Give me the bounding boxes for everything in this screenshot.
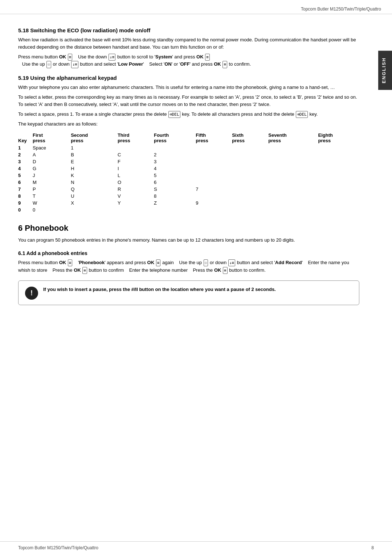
info-box: ! If you wish to insert a pause, press t… <box>18 280 359 305</box>
table-cell: 4 <box>18 165 33 172</box>
table-cell: 3 <box>18 158 33 165</box>
section-519-para2: To select a letter, press the correspond… <box>18 94 359 108</box>
table-cell: 6 <box>154 179 196 186</box>
page-footer: Topcom Butler M1250/Twin/Triple/Quattro … <box>0 541 392 554</box>
table-cell <box>196 144 232 151</box>
table-cell <box>71 206 118 213</box>
section-6-intro: You can program 50 phonebook entries in … <box>18 237 359 244</box>
table-cell <box>232 172 268 179</box>
section-519-para3: To select a space, press 1. To erase a s… <box>18 111 359 118</box>
footer-right: 8 <box>371 545 374 550</box>
table-cell: D <box>33 158 71 165</box>
table-cell: L <box>118 172 154 179</box>
table-cell <box>268 172 318 179</box>
table-cell <box>318 158 359 165</box>
table-cell <box>268 158 318 165</box>
table-cell <box>268 151 318 158</box>
table-cell: 8 <box>18 193 33 200</box>
section-518: 5.18 Switching the ECO (low radiation) m… <box>18 27 359 68</box>
table-cell: 4 <box>154 165 196 172</box>
table-cell: Z <box>154 200 196 206</box>
table-cell: 1 <box>18 144 33 151</box>
table-cell <box>232 165 268 172</box>
table-row: 7PQRS7 <box>18 186 359 193</box>
table-row: 2ABC2 <box>18 151 359 158</box>
table-cell: 2 <box>154 151 196 158</box>
table-cell <box>318 165 359 172</box>
table-cell: P <box>33 186 71 193</box>
table-row: 9WXYZ9 <box>18 200 359 206</box>
table-cell: J <box>33 172 71 179</box>
section-61-text: Press menu button OK ≡ 'Phonebook' appea… <box>18 259 359 274</box>
table-cell: 0 <box>18 206 33 213</box>
table-cell: W <box>33 200 71 206</box>
table-cell: 9 <box>196 200 232 206</box>
table-cell <box>232 186 268 193</box>
table-row: 6MNO6 <box>18 179 359 186</box>
page-header: Topcom Butler M1250/Twin/Triple/Quattro <box>0 0 392 14</box>
table-cell <box>196 151 232 158</box>
table-cell <box>268 165 318 172</box>
table-cell: T <box>33 193 71 200</box>
table-cell: O <box>118 179 154 186</box>
section-519-para1: With your telephone you can also enter a… <box>18 84 359 91</box>
section-519: 5.19 Using the alphanumerical keypad Wit… <box>18 75 359 214</box>
table-cell: K <box>71 172 118 179</box>
table-cell <box>154 206 196 213</box>
table-cell: X <box>71 200 118 206</box>
keypad-table-section: Key Firstpress Secondpress Thirdpress Fo… <box>18 131 359 213</box>
info-icon: ! <box>25 287 38 300</box>
info-box-bold-text: If you wish to insert a pause, press the… <box>43 287 276 292</box>
table-row: 4GHI4 <box>18 165 359 172</box>
table-cell: F <box>118 158 154 165</box>
table-cell: B <box>71 151 118 158</box>
table-cell: N <box>71 179 118 186</box>
table-row: 1Space1 <box>18 144 359 151</box>
col-eighth: Eighthpress <box>318 131 359 144</box>
table-cell <box>118 144 154 151</box>
table-cell <box>318 179 359 186</box>
table-cell <box>196 165 232 172</box>
section-519-para4: The keypad characters are as follows: <box>18 120 359 128</box>
section-518-para1: When low radiation is activated the base… <box>18 36 359 51</box>
table-row: 3DEF3 <box>18 158 359 165</box>
table-cell: 1 <box>71 144 118 151</box>
col-fourth: Fourthpress <box>154 131 196 144</box>
table-cell <box>232 200 268 206</box>
table-cell: 7 <box>18 186 33 193</box>
table-cell: Y <box>118 200 154 206</box>
table-cell <box>268 179 318 186</box>
table-cell: 5 <box>154 172 196 179</box>
table-cell <box>232 144 268 151</box>
table-cell: 3 <box>154 158 196 165</box>
table-cell <box>196 158 232 165</box>
language-label: ENGLISH <box>381 57 387 83</box>
table-cell <box>318 144 359 151</box>
col-third: Thirdpress <box>118 131 154 144</box>
table-cell <box>196 193 232 200</box>
table-cell: Space <box>33 144 71 151</box>
header-title: Topcom Butler M1250/Twin/Triple/Quattro <box>301 7 381 12</box>
table-cell <box>318 206 359 213</box>
table-cell: 9 <box>18 200 33 206</box>
table-cell: 8 <box>154 193 196 200</box>
col-fifth: Fifthpress <box>196 131 232 144</box>
table-row: 5JKL5 <box>18 172 359 179</box>
table-cell: 0 <box>33 206 71 213</box>
table-cell: H <box>71 165 118 172</box>
section-6: 6 Phonebook You can program 50 phonebook… <box>18 223 359 244</box>
table-cell: E <box>71 158 118 165</box>
table-cell: G <box>33 165 71 172</box>
section-61: 6.1 Add a phonebook entries Press menu b… <box>18 250 359 305</box>
col-first: Firstpress <box>33 131 71 144</box>
table-cell <box>268 144 318 151</box>
col-key: Key <box>18 131 33 144</box>
page-wrapper: Topcom Butler M1250/Twin/Triple/Quattro … <box>0 0 392 554</box>
table-cell <box>196 172 232 179</box>
info-box-text: If you wish to insert a pause, press the… <box>43 286 276 293</box>
table-cell <box>318 186 359 193</box>
table-cell <box>268 186 318 193</box>
section-518-para2: Press menu button OK ≡ Use the down ↓≡ b… <box>18 53 359 68</box>
table-cell: U <box>71 193 118 200</box>
table-cell <box>232 206 268 213</box>
